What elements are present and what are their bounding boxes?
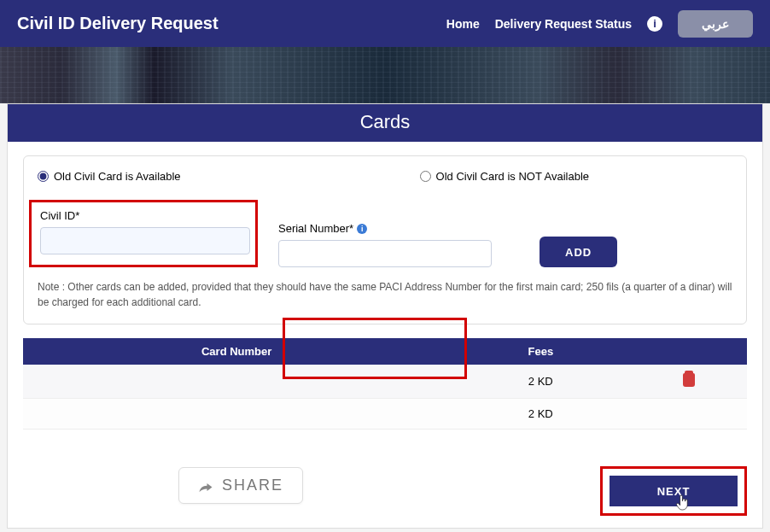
col-actions <box>631 338 747 365</box>
table-row: 2 KD <box>23 399 747 430</box>
radio-available[interactable]: Old Civil Card is Available <box>38 170 181 183</box>
cell-card-number <box>23 399 450 430</box>
civil-id-label: Civil ID* <box>40 209 247 222</box>
info-icon[interactable]: i <box>647 16 662 32</box>
language-button[interactable]: عربي <box>678 10 753 38</box>
note-text: Note : Other cards can be added, provide… <box>38 279 732 310</box>
availability-radio-group: Old Civil Card is Available Old Civil Ca… <box>38 170 732 183</box>
serial-number-label: Serial Number* i <box>278 222 499 235</box>
serial-number-label-text: Serial Number* <box>278 222 353 235</box>
next-highlight-box: NEXT <box>600 466 747 516</box>
fields-row: Civil ID* Serial Number* i ADD <box>38 200 732 267</box>
next-button[interactable]: NEXT <box>610 476 738 506</box>
nav-status[interactable]: Delivery Request Status <box>495 17 632 31</box>
navbar: Civil ID Delivery Request Home Delivery … <box>0 0 770 47</box>
radio-available-label: Old Civil Card is Available <box>54 170 181 183</box>
nav-home[interactable]: Home <box>446 17 480 31</box>
cell-card-number <box>23 365 450 399</box>
info-icon[interactable]: i <box>357 224 367 234</box>
radio-not-available-label: Old Civil Card is NOT Available <box>436 170 589 183</box>
navbar-right: Home Delivery Request Status i عربي <box>446 10 753 38</box>
trash-icon[interactable] <box>683 373 695 387</box>
panel-title: Cards <box>8 104 762 142</box>
radio-not-available[interactable]: Old Civil Card is NOT Available <box>420 170 589 183</box>
card-form-panel: Old Civil Card is Available Old Civil Ca… <box>23 155 747 324</box>
col-card-number: Card Number <box>23 338 450 365</box>
share-button[interactable]: SHARE <box>178 467 303 504</box>
serial-number-field: Serial Number* i <box>278 222 499 267</box>
civil-id-field: Civil ID* <box>29 200 258 267</box>
cards-table: Card Number Fees 2 KD2 KD <box>23 338 747 430</box>
col-fees: Fees <box>450 338 631 365</box>
cell-actions <box>631 399 747 430</box>
radio-available-input[interactable] <box>38 171 49 182</box>
cell-actions <box>631 365 747 399</box>
radio-not-available-input[interactable] <box>420 171 431 182</box>
civil-id-input[interactable] <box>40 227 250 254</box>
table-row: 2 KD <box>23 365 747 399</box>
serial-number-input[interactable] <box>278 240 492 267</box>
app-title: Civil ID Delivery Request <box>17 14 219 33</box>
cell-fees: 2 KD <box>450 365 631 399</box>
next-button-label: NEXT <box>657 485 691 498</box>
cell-fees: 2 KD <box>450 399 631 430</box>
main-panel: Cards Old Civil Card is Available Old Ci… <box>7 103 763 529</box>
banner-image <box>0 47 770 103</box>
share-icon <box>198 480 213 492</box>
add-button[interactable]: ADD <box>540 237 617 267</box>
share-label: SHARE <box>222 476 283 494</box>
